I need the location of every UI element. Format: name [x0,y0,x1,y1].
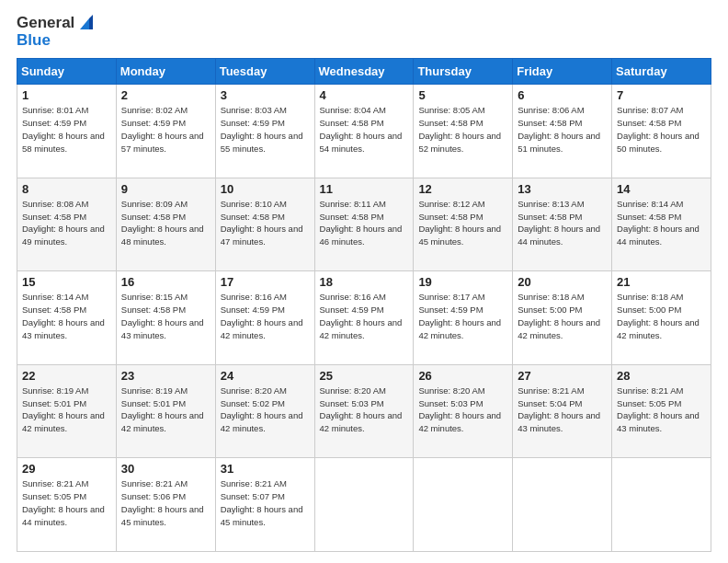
day-cell [414,458,513,552]
day-cell: 27Sunrise: 8:21 AMSunset: 5:04 PMDayligh… [513,364,612,458]
day-info: Sunrise: 8:21 AMSunset: 5:07 PMDaylight:… [221,477,310,528]
day-cell: 21Sunrise: 8:18 AMSunset: 5:00 PMDayligh… [612,271,711,365]
day-info: Sunrise: 8:07 AMSunset: 4:58 PMDaylight:… [617,104,706,155]
day-cell: 29Sunrise: 8:21 AMSunset: 5:05 PMDayligh… [17,458,117,552]
day-cell: 24Sunrise: 8:20 AMSunset: 5:02 PMDayligh… [215,364,314,458]
day-cell: 5Sunrise: 8:05 AMSunset: 4:58 PMDaylight… [414,85,513,178]
day-number: 10 [221,182,310,196]
day-number: 4 [320,88,409,102]
day-number: 17 [221,275,310,289]
day-cell: 12Sunrise: 8:12 AMSunset: 4:58 PMDayligh… [414,178,513,271]
day-cell: 7Sunrise: 8:07 AMSunset: 4:58 PMDaylight… [612,85,711,178]
day-cell: 22Sunrise: 8:19 AMSunset: 5:01 PMDayligh… [17,364,117,458]
day-number: 26 [418,369,507,383]
day-cell: 26Sunrise: 8:20 AMSunset: 5:03 PMDayligh… [414,364,513,458]
logo-general: General [17,15,74,32]
day-cell: 25Sunrise: 8:20 AMSunset: 5:03 PMDayligh… [314,364,414,458]
week-row-4: 22Sunrise: 8:19 AMSunset: 5:01 PMDayligh… [17,364,711,458]
logo-triangle-icon [76,15,93,31]
day-header-wednesday: Wednesday [314,59,414,85]
day-cell: 6Sunrise: 8:06 AMSunset: 4:58 PMDaylight… [513,85,612,178]
day-info: Sunrise: 8:04 AMSunset: 4:58 PMDaylight:… [320,104,409,155]
day-number: 11 [320,182,409,196]
header: General Blue [17,15,711,49]
day-number: 13 [518,182,607,196]
day-header-saturday: Saturday [612,59,711,85]
day-cell: 2Sunrise: 8:02 AMSunset: 4:59 PMDaylight… [116,85,215,178]
day-cell: 28Sunrise: 8:21 AMSunset: 5:05 PMDayligh… [612,364,711,458]
day-cell: 13Sunrise: 8:13 AMSunset: 4:58 PMDayligh… [513,178,612,271]
day-cell: 17Sunrise: 8:16 AMSunset: 4:59 PMDayligh… [215,271,314,365]
day-cell: 10Sunrise: 8:10 AMSunset: 4:58 PMDayligh… [215,178,314,271]
day-number: 24 [221,369,310,383]
day-number: 9 [121,182,210,196]
day-cell: 20Sunrise: 8:18 AMSunset: 5:00 PMDayligh… [513,271,612,365]
logo: General Blue [17,15,93,49]
week-row-2: 8Sunrise: 8:08 AMSunset: 4:58 PMDaylight… [17,178,711,271]
day-info: Sunrise: 8:21 AMSunset: 5:05 PMDaylight:… [22,477,111,528]
day-cell: 31Sunrise: 8:21 AMSunset: 5:07 PMDayligh… [215,458,314,552]
day-header-sunday: Sunday [17,59,117,85]
day-cell: 11Sunrise: 8:11 AMSunset: 4:58 PMDayligh… [314,178,414,271]
day-number: 20 [518,275,607,289]
day-number: 19 [418,275,507,289]
day-info: Sunrise: 8:16 AMSunset: 4:59 PMDaylight:… [320,291,409,341]
day-cell: 16Sunrise: 8:15 AMSunset: 4:58 PMDayligh… [116,271,215,365]
day-info: Sunrise: 8:10 AMSunset: 4:58 PMDaylight:… [221,198,310,248]
day-info: Sunrise: 8:05 AMSunset: 4:58 PMDaylight:… [418,104,507,155]
day-number: 1 [22,88,111,102]
day-cell: 1Sunrise: 8:01 AMSunset: 4:59 PMDaylight… [17,85,117,178]
day-number: 23 [121,369,210,383]
day-info: Sunrise: 8:20 AMSunset: 5:03 PMDaylight:… [418,385,507,435]
day-cell [314,458,414,552]
day-number: 28 [617,369,706,383]
day-cell: 23Sunrise: 8:19 AMSunset: 5:01 PMDayligh… [116,364,215,458]
calendar-table: SundayMondayTuesdayWednesdayThursdayFrid… [17,58,711,552]
day-cell: 9Sunrise: 8:09 AMSunset: 4:58 PMDaylight… [116,178,215,271]
day-info: Sunrise: 8:19 AMSunset: 5:01 PMDaylight:… [121,385,210,435]
day-info: Sunrise: 8:06 AMSunset: 4:58 PMDaylight:… [518,104,607,155]
day-info: Sunrise: 8:17 AMSunset: 4:59 PMDaylight:… [418,291,507,341]
day-info: Sunrise: 8:02 AMSunset: 4:59 PMDaylight:… [121,104,210,155]
week-row-3: 15Sunrise: 8:14 AMSunset: 4:58 PMDayligh… [17,271,711,365]
day-cell: 19Sunrise: 8:17 AMSunset: 4:59 PMDayligh… [414,271,513,365]
day-number: 18 [320,275,409,289]
day-number: 14 [617,182,706,196]
calendar-page: General Blue SundayMondayTuesdayWednesda… [0,0,728,563]
day-info: Sunrise: 8:11 AMSunset: 4:58 PMDaylight:… [320,198,409,248]
day-cell [612,458,711,552]
day-info: Sunrise: 8:21 AMSunset: 5:04 PMDaylight:… [518,385,607,435]
day-info: Sunrise: 8:08 AMSunset: 4:58 PMDaylight:… [22,198,111,248]
day-number: 2 [121,88,210,102]
day-header-tuesday: Tuesday [215,59,314,85]
svg-marker-1 [89,15,93,29]
day-info: Sunrise: 8:09 AMSunset: 4:58 PMDaylight:… [121,198,210,248]
day-header-friday: Friday [513,59,612,85]
day-info: Sunrise: 8:03 AMSunset: 4:59 PMDaylight:… [221,104,310,155]
day-cell: 8Sunrise: 8:08 AMSunset: 4:58 PMDaylight… [17,178,117,271]
day-number: 7 [617,88,706,102]
day-info: Sunrise: 8:15 AMSunset: 4:58 PMDaylight:… [121,291,210,341]
day-number: 15 [22,275,111,289]
day-cell: 30Sunrise: 8:21 AMSunset: 5:06 PMDayligh… [116,458,215,552]
day-number: 16 [121,275,210,289]
day-info: Sunrise: 8:19 AMSunset: 5:01 PMDaylight:… [22,385,111,435]
logo-blue: Blue [17,32,93,50]
day-info: Sunrise: 8:20 AMSunset: 5:03 PMDaylight:… [320,385,409,435]
day-number: 27 [518,369,607,383]
day-info: Sunrise: 8:12 AMSunset: 4:58 PMDaylight:… [418,198,507,248]
day-info: Sunrise: 8:13 AMSunset: 4:58 PMDaylight:… [518,198,607,248]
day-number: 29 [22,462,111,476]
day-number: 3 [221,88,310,102]
week-row-1: 1Sunrise: 8:01 AMSunset: 4:59 PMDaylight… [17,85,711,178]
day-cell: 3Sunrise: 8:03 AMSunset: 4:59 PMDaylight… [215,85,314,178]
day-cell: 15Sunrise: 8:14 AMSunset: 4:58 PMDayligh… [17,271,117,365]
calendar-body: 1Sunrise: 8:01 AMSunset: 4:59 PMDaylight… [17,85,711,552]
day-header-monday: Monday [116,59,215,85]
svg-marker-0 [80,18,89,29]
day-number: 12 [418,182,507,196]
day-info: Sunrise: 8:20 AMSunset: 5:02 PMDaylight:… [221,385,310,435]
day-info: Sunrise: 8:21 AMSunset: 5:06 PMDaylight:… [121,477,210,528]
day-cell: 14Sunrise: 8:14 AMSunset: 4:58 PMDayligh… [612,178,711,271]
day-number: 30 [121,462,210,476]
